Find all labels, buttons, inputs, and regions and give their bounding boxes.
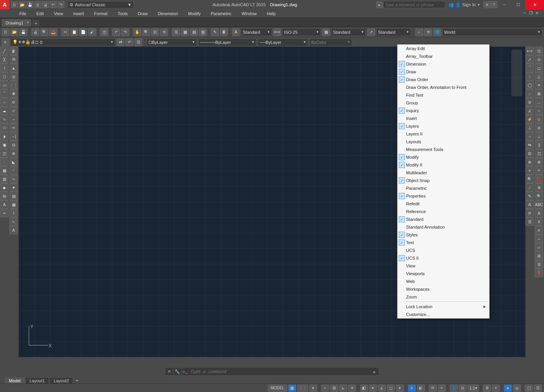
toolpalette-icon[interactable]: ▤	[190, 28, 198, 36]
cm-item-refedit[interactable]: Refedit	[398, 200, 489, 208]
osnap-per-icon[interactable]: ⊥	[535, 132, 543, 140]
make-block-icon[interactable]: ◫	[0, 149, 9, 158]
mleader-style-combo[interactable]: Standard▼	[376, 28, 411, 36]
cm-item-text[interactable]: Text	[398, 239, 489, 246]
text-scale-icon[interactable]: ⇕	[535, 217, 543, 226]
cm-item-ucs[interactable]: UCS	[398, 246, 489, 254]
list-icon[interactable]: ☰	[535, 260, 543, 269]
status-infer-icon[interactable]: ⊦	[321, 385, 329, 392]
cm-item-styles[interactable]: Styles	[398, 231, 489, 239]
markup-icon[interactable]: ✎	[211, 28, 219, 36]
osnap-node-icon[interactable]: ⊗	[535, 158, 543, 166]
menu-draw[interactable]: Draw	[133, 10, 152, 17]
status-annomonitor-icon[interactable]: +	[438, 385, 446, 392]
plot-icon[interactable]: 🖨	[31, 28, 39, 36]
cm-item-object-snap[interactable]: Object Snap	[398, 177, 489, 184]
add-layout-button[interactable]: +	[73, 378, 80, 383]
command-line[interactable]: ▹_ ▴	[181, 367, 379, 376]
osnap-tan-icon[interactable]: ⊘	[535, 123, 543, 132]
app-logo[interactable]: A	[0, 0, 9, 9]
dim-aligned-icon[interactable]: ⤢	[525, 55, 534, 64]
menu-edit[interactable]: Edit	[32, 10, 49, 17]
status-grid-icon[interactable]: ▦	[288, 385, 296, 392]
paste-icon[interactable]: 📄	[79, 28, 87, 36]
zoom-window-icon[interactable]: ⊡	[151, 28, 159, 36]
undo-icon[interactable]: ↶	[112, 28, 120, 36]
cm-item-insert[interactable]: Insert	[398, 114, 489, 122]
copy-obj-icon[interactable]: ⧉	[9, 55, 18, 64]
match-icon[interactable]: 🖌	[88, 28, 96, 36]
close-button[interactable]: ✕	[525, 0, 544, 9]
ucs-icon[interactable]: ⌐	[415, 28, 423, 36]
osnap-cen-icon[interactable]: ○	[535, 106, 543, 115]
menu-file[interactable]: File	[15, 10, 31, 17]
status-lwt-icon[interactable]: ≡	[408, 385, 416, 392]
cm-lock-location[interactable]: Lock Location ▶	[398, 303, 489, 310]
dim-baseline-icon[interactable]: ⊥	[525, 123, 534, 132]
cm-item-inquiry[interactable]: Inquiry	[398, 107, 489, 114]
dim-quick-icon[interactable]: ⚡	[525, 115, 534, 123]
cut-icon[interactable]: ✂	[61, 28, 69, 36]
scale-icon[interactable]: ⤢	[9, 106, 18, 115]
status-model-button[interactable]: MODEL	[268, 385, 287, 392]
osnap-qua-icon[interactable]: ◇	[535, 115, 543, 123]
command-input[interactable]	[190, 369, 371, 374]
navigation-bar[interactable]	[511, 50, 522, 96]
edit-hatch-icon[interactable]: ▦	[9, 200, 18, 209]
mdi-close-icon[interactable]: ✕	[535, 11, 541, 16]
status-snap-dd-icon[interactable]: ▾	[309, 385, 317, 392]
status-monitor-icon[interactable]: +	[492, 385, 500, 392]
layer-states-icon[interactable]: ☰	[134, 38, 142, 46]
ellipse-icon[interactable]: ⬭	[0, 123, 9, 132]
jogged-linear-icon[interactable]: ⟋	[525, 183, 534, 192]
area-icon[interactable]: ▱	[535, 243, 543, 252]
rectangle-icon[interactable]: ▭	[0, 81, 9, 89]
qat-save-icon[interactable]: 💾	[26, 1, 33, 8]
layout-tab-layout1[interactable]: Layout1	[25, 377, 49, 384]
osnap-end-icon[interactable]: ◻	[535, 64, 543, 72]
osnap-settings-icon[interactable]: ⚙	[535, 183, 543, 192]
cm-item-viewports[interactable]: Viewports	[398, 270, 489, 278]
search-toggle-icon[interactable]: ▸	[376, 1, 383, 8]
osnap-ins-icon[interactable]: ◫	[535, 149, 543, 158]
osnap-none-icon[interactable]: 🚫	[535, 175, 543, 183]
qat-undo-icon[interactable]: ↶	[50, 1, 57, 8]
preview-icon[interactable]: 🔍	[40, 28, 48, 36]
workspace-selector[interactable]: ⚙ Autocad Classic ▼	[68, 1, 134, 9]
ucs-combo[interactable]: World▼	[442, 28, 542, 36]
cmdline-customize-button[interactable]: 🔧	[173, 367, 181, 376]
osnap-near-icon[interactable]: ⌖	[535, 166, 543, 175]
insert-block-icon[interactable]: ▣	[0, 140, 9, 149]
dim-radius-icon[interactable]: ◯	[525, 81, 534, 89]
xline-icon[interactable]: ╳	[0, 55, 9, 64]
status-annoscale-icon[interactable]: ⚖	[459, 385, 467, 392]
status-iso-icon[interactable]: ◧	[360, 385, 368, 392]
osnap-ext-icon[interactable]: …	[535, 98, 543, 106]
text-style-icon[interactable]: A	[232, 28, 240, 36]
cm-customize[interactable]: Customize...	[398, 310, 489, 318]
dim-arc-icon[interactable]: ⌒	[525, 64, 534, 72]
menu-format[interactable]: Format	[89, 10, 112, 17]
cm-item-standard[interactable]: Standard	[398, 215, 489, 223]
cm-item-layers-ii[interactable]: Layers II	[398, 130, 489, 138]
addselected-icon[interactable]: +	[0, 209, 9, 217]
menu-window[interactable]: Window	[237, 10, 262, 17]
minimize-button[interactable]: ─	[497, 0, 511, 9]
layer-previous-icon[interactable]: ↶	[126, 38, 133, 46]
status-otrack-icon[interactable]: ∠	[378, 385, 386, 392]
table-icon[interactable]: ⊞	[0, 192, 9, 200]
dim-tedit-icon[interactable]: A	[525, 200, 534, 209]
erase-icon[interactable]: 🗑	[9, 47, 18, 55]
cm-item-web[interactable]: Web	[398, 278, 489, 285]
exchange-icon[interactable]: ✕	[483, 1, 490, 8]
add-tab-button[interactable]: +	[32, 20, 40, 27]
status-dynamic-icon[interactable]: ⊞	[330, 385, 338, 392]
draworder-icon[interactable]: ▤	[9, 192, 18, 200]
text-justify-icon[interactable]: ≡	[535, 226, 543, 234]
region-icon[interactable]: ◆	[0, 183, 9, 192]
explode-icon[interactable]: ✷	[9, 183, 18, 192]
new-icon[interactable]: 🗋	[2, 28, 9, 36]
arc-icon[interactable]: ⌒	[0, 89, 9, 98]
chamfer-icon[interactable]: ◣	[9, 158, 18, 166]
cm-item-workspaces[interactable]: Workspaces	[398, 285, 489, 293]
